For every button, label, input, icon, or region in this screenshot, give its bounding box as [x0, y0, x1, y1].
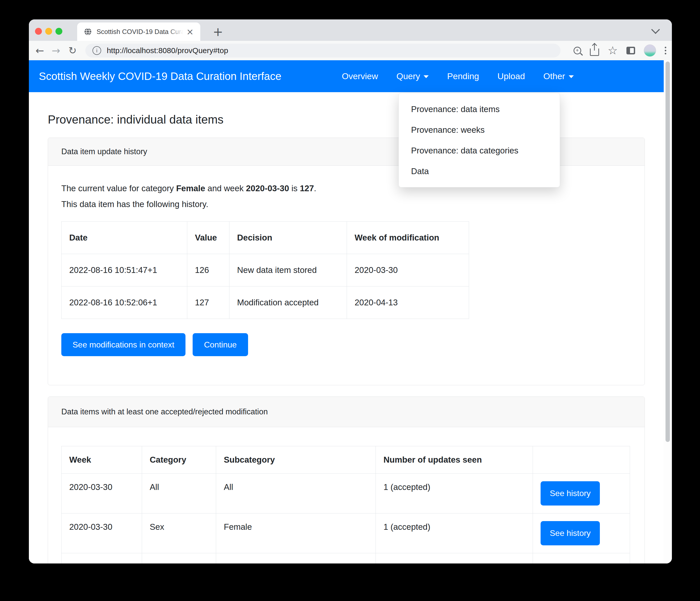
nav-link-pending[interactable]: Pending [447, 71, 479, 81]
cell-subcategory: Female [216, 514, 376, 553]
browser-window: Scottish COVID-19 Data Curati × + ← → ↻ … [29, 19, 672, 564]
share-icon[interactable] [590, 49, 599, 56]
menu-item-provenance-data-categories[interactable]: Provenance: data categories [399, 140, 560, 161]
desktop-background: { "window": { "traffic_lights": { "close… [0, 0, 700, 601]
table-header-row: Date Value Decision Week of modification [61, 221, 469, 254]
caret-down-icon [424, 75, 429, 78]
caret-down-icon [569, 75, 574, 78]
cell-week: 2020-03-30 [347, 254, 469, 286]
card-body: The current value for category Female an… [48, 166, 645, 385]
web-page: Scottish Weekly COVID-19 Data Curation I… [29, 60, 664, 564]
cell-value: 127 [187, 286, 229, 319]
column-header-updates-seen: Number of updates seen [376, 446, 533, 474]
toolbar-right-icons: ☆ [574, 41, 666, 60]
cell-subcategory: All [216, 474, 376, 514]
cell-decision: Modification accepted [229, 286, 347, 319]
reload-icon[interactable]: ↻ [69, 45, 77, 56]
back-arrow-icon[interactable]: ← [35, 46, 44, 56]
week-value: 2020-03-30 [246, 184, 289, 193]
page-scrollbar[interactable] [664, 60, 672, 564]
page-info-icon[interactable]: i [93, 46, 101, 55]
column-header-subcategory: Subcategory [216, 446, 376, 474]
cell-category: All [142, 474, 216, 514]
site-brand[interactable]: Scottish Weekly COVID-19 Data Curation I… [39, 70, 281, 82]
cell-date: 2022-08-16 10:52:06+1 [61, 286, 187, 319]
browser-viewport: Scottish Weekly COVID-19 Data Curation I… [29, 60, 672, 564]
window-close-button[interactable] [35, 28, 42, 35]
see-modifications-button[interactable]: See modifications in context [61, 333, 185, 356]
column-header-week: Week [61, 446, 142, 474]
menu-item-provenance-weeks[interactable]: Provenance: weeks [399, 120, 560, 140]
cell-week: 2020-04-13 [347, 286, 469, 319]
button-row: See modifications in context Continue [61, 333, 631, 356]
card-header: Data items with at least one accepted/re… [48, 397, 645, 427]
category-value: Female [176, 184, 205, 193]
chevron-down-icon[interactable] [651, 25, 660, 34]
tab-strip: Scottish COVID-19 Data Curati × + [29, 19, 672, 41]
browser-toolbar: ← → ↻ i http://localhost:8080/provQuery#… [29, 41, 672, 60]
browser-tab[interactable]: Scottish COVID-19 Data Curati × [77, 23, 200, 41]
side-panel-icon[interactable] [626, 47, 635, 54]
nav-link-other[interactable]: Other [543, 71, 574, 81]
cell-decision: New data item stored [229, 254, 347, 286]
site-navbar: Scottish Weekly COVID-19 Data Curation I… [29, 60, 664, 92]
window-fullscreen-button[interactable] [55, 28, 62, 35]
column-header-actions [533, 446, 630, 474]
table-row [61, 553, 630, 564]
new-tab-button[interactable]: + [209, 23, 227, 40]
tab-title: Scottish COVID-19 Data Curati [97, 28, 183, 36]
address-bar[interactable]: i http://localhost:8080/provQuery#top [85, 44, 560, 57]
cell-category: Sex [142, 514, 216, 553]
profile-avatar[interactable] [644, 45, 656, 57]
query-dropdown-menu: Provenance: data items Provenance: weeks… [399, 93, 560, 187]
forward-arrow-icon[interactable]: → [52, 46, 60, 56]
cell-week: 2020-03-30 [61, 474, 142, 514]
table-row: 2022-08-16 10:52:06+1 127 Modification a… [61, 286, 469, 319]
tab-close-icon[interactable]: × [186, 27, 194, 36]
card-body: Week Category Subcategory Number of upda… [48, 427, 645, 564]
table-row: 2020-03-30 All All 1 (accepted) See hist… [61, 474, 630, 514]
cell-action: See history [533, 514, 630, 553]
scrollbar-thumb[interactable] [666, 61, 670, 442]
nav-link-overview[interactable]: Overview [342, 71, 378, 81]
column-header-week-of-modification: Week of modification [347, 221, 469, 254]
cell-updates: 1 (accepted) [376, 474, 533, 514]
nav-link-upload[interactable]: Upload [497, 71, 525, 81]
globe-icon [84, 28, 92, 36]
table-header-row: Week Category Subcategory Number of upda… [61, 446, 630, 474]
modified-items-card: Data items with at least one accepted/re… [48, 396, 645, 564]
zoom-icon[interactable] [574, 47, 581, 54]
nav-links: Overview Query Pending Upload Other [342, 60, 574, 92]
column-header-category: Category [142, 446, 216, 474]
column-header-date: Date [61, 221, 187, 254]
table-row: 2020-03-30 Sex Female 1 (accepted) See h… [61, 514, 630, 553]
continue-button[interactable]: Continue [193, 333, 248, 356]
menu-item-provenance-data-items[interactable]: Provenance: data items [399, 99, 560, 120]
current-value: 127 [300, 184, 314, 193]
nav-link-query[interactable]: Query [397, 71, 429, 81]
url-text[interactable]: http://localhost:8080/provQuery#top [107, 46, 228, 55]
see-history-button[interactable]: See history [541, 481, 600, 505]
menu-item-data[interactable]: Data [399, 161, 560, 182]
update-history-table: Date Value Decision Week of modification… [61, 221, 469, 319]
bookmark-star-icon[interactable]: ☆ [608, 45, 618, 56]
modified-items-table: Week Category Subcategory Number of upda… [61, 446, 630, 564]
history-intro-line2: This data item has the following history… [61, 200, 208, 209]
column-header-decision: Decision [229, 221, 347, 254]
column-header-value: Value [187, 221, 229, 254]
see-history-button[interactable]: See history [541, 521, 600, 545]
page-content: Provenance: individual data items Data i… [29, 112, 664, 564]
menu-kebab-icon[interactable] [665, 47, 666, 54]
window-minimize-button[interactable] [45, 28, 52, 35]
table-row: 2022-08-16 10:51:47+1 126 New data item … [61, 254, 469, 286]
cell-action: See history [533, 474, 630, 514]
cell-date: 2022-08-16 10:51:47+1 [61, 254, 187, 286]
cell-updates: 1 (accepted) [376, 514, 533, 553]
cell-value: 126 [187, 254, 229, 286]
cell-week: 2020-03-30 [61, 514, 142, 553]
